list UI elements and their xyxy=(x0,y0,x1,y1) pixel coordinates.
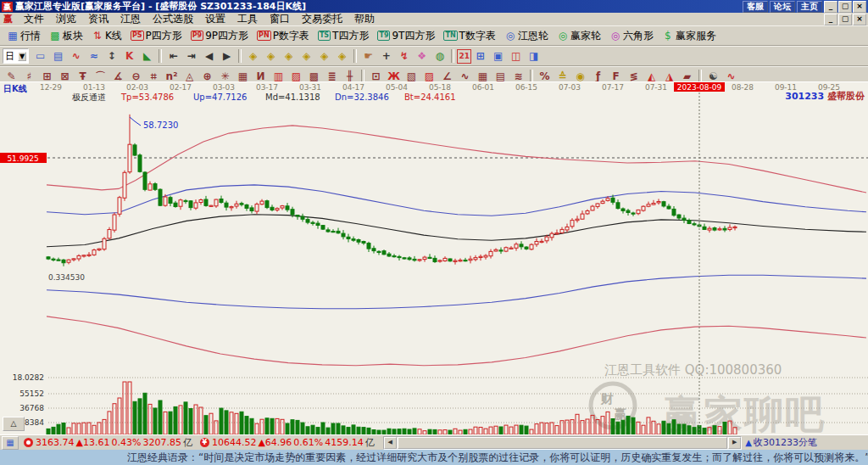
close-button[interactable]: × xyxy=(853,1,866,13)
menu-item-4[interactable]: 公式选股 xyxy=(147,12,199,26)
t-table-button[interactable]: TNT数字表 xyxy=(440,27,499,45)
magic-tool-icon[interactable]: ❖ xyxy=(413,48,431,65)
volume-bar xyxy=(179,406,182,434)
volume-axis-label: 36768 xyxy=(19,404,44,412)
menu-item-2[interactable]: 资讯 xyxy=(82,12,114,26)
menu-item-7[interactable]: 窗口 xyxy=(264,12,296,26)
next-bar-icon[interactable]: ▶ xyxy=(218,48,236,65)
minimize-button[interactable]: _ xyxy=(824,1,837,13)
p-square-button[interactable]: PSP四方形 xyxy=(127,27,186,45)
kline-button[interactable]: ⇅K线 xyxy=(88,27,125,45)
horizontal-scrollbar[interactable]: ◀ ▶ xyxy=(383,436,742,450)
volume-bar xyxy=(647,417,650,434)
volume-bar xyxy=(209,413,213,434)
candle-body xyxy=(347,237,350,238)
diamond-5-icon[interactable]: ◈ xyxy=(315,48,333,65)
scroll-left-icon[interactable]: ◀ xyxy=(384,437,397,449)
sse-index-value: 3163.74 xyxy=(36,437,75,448)
forum-button[interactable]: 论坛 xyxy=(770,1,795,13)
menu-item-9[interactable]: 帮助 xyxy=(348,12,381,26)
child-minimize-button[interactable]: _ xyxy=(824,14,837,25)
chart-window-icon[interactable]: ▭ xyxy=(31,48,49,65)
first-bar-icon[interactable]: ⇤ xyxy=(164,48,182,65)
k-chart-icon[interactable]: K xyxy=(120,48,138,65)
winner-wheel-button[interactable]: ◎赢家轮 xyxy=(554,27,604,45)
info-panel-icon[interactable]: ▤ xyxy=(49,48,67,65)
watermark-tool-text: 江恩工具软件 QQ:100800360 xyxy=(604,362,782,378)
candle-body xyxy=(286,206,289,210)
sectors-label: 板块 xyxy=(63,29,83,43)
volume-bar xyxy=(586,419,589,434)
quote-grid-icon[interactable]: ▦ xyxy=(2,436,19,450)
volume-bar xyxy=(723,423,726,435)
zigzag-tool-icon[interactable]: ↯ xyxy=(395,48,413,65)
volume-bar xyxy=(316,428,320,434)
diamond-3-icon[interactable]: ◈ xyxy=(280,48,298,65)
reference-price-value: 51.9925 xyxy=(7,154,38,163)
diamond-6-icon[interactable]: ◈ xyxy=(333,48,351,65)
scroll-right-icon[interactable]: ▶ xyxy=(728,437,741,449)
child-close-button[interactable]: × xyxy=(853,14,866,25)
menu-item-1[interactable]: 浏览 xyxy=(50,12,82,26)
trend-red-icon[interactable]: ∿ xyxy=(67,48,85,65)
prev-bar-icon[interactable]: ◀ xyxy=(200,48,218,65)
save-icon[interactable]: ◫ xyxy=(507,48,525,65)
volume-bar xyxy=(555,426,559,434)
menu-item-3[interactable]: 江恩 xyxy=(114,12,147,26)
volume-bar xyxy=(194,405,198,434)
date-label-highlighted: 2023-08-09 xyxy=(677,83,722,92)
volume-bar xyxy=(220,408,223,434)
candle-period-icon[interactable]: ↕ xyxy=(103,48,120,65)
diamond-4-icon[interactable]: ◈ xyxy=(298,48,315,65)
restore-button[interactable]: ▢ xyxy=(838,1,852,13)
last-bar-icon[interactable]: ⇥ xyxy=(182,48,200,65)
period-select[interactable]: 日 ▼ xyxy=(3,48,29,64)
flag-icon[interactable]: ◣ xyxy=(138,48,156,65)
menu-item-0[interactable]: 文件 xyxy=(18,12,50,26)
trend-blue-icon[interactable]: ≈ xyxy=(85,48,103,65)
t-table-label: T数字表 xyxy=(459,29,496,43)
menu-item-6[interactable]: 工具 xyxy=(231,12,264,26)
volume-bar xyxy=(326,428,330,434)
hand-tool-icon[interactable]: ☛ xyxy=(359,48,377,65)
diamond-2-icon[interactable]: ◈ xyxy=(262,48,280,65)
candle-body xyxy=(220,199,223,203)
quotes-button[interactable]: ▦行情 xyxy=(3,27,44,45)
sectors-button[interactable]: ▩板块 xyxy=(46,27,86,45)
9t-square-label: 9T四方形 xyxy=(392,29,435,43)
homepage-button[interactable]: 主页 xyxy=(797,1,822,13)
calculator-icon[interactable]: ⊞ xyxy=(471,48,489,65)
candle-body xyxy=(392,256,396,257)
date-label: 08-28 xyxy=(732,83,754,92)
monitor-icon[interactable]: ▣ xyxy=(489,48,507,65)
menu-item-8[interactable]: 交易委托 xyxy=(296,12,348,26)
menu-item-5[interactable]: 设置 xyxy=(199,12,231,26)
volume-bar xyxy=(362,428,365,434)
t-square-button[interactable]: TST四方形 xyxy=(314,27,373,45)
candle-body xyxy=(342,233,345,237)
calendar-icon[interactable]: 21 xyxy=(457,49,471,64)
child-restore-button[interactable]: ▢ xyxy=(838,14,852,25)
gann-wheel-button[interactable]: ◎江恩轮 xyxy=(501,27,552,45)
expand-pane-button[interactable]: △ xyxy=(3,417,25,431)
price-axis-label: 18.0282 xyxy=(13,373,44,382)
scrollbar-thumb[interactable] xyxy=(398,437,727,449)
tick-data-label[interactable]: 收301233分笔 xyxy=(754,436,817,449)
customer-service-button[interactable]: 客服 xyxy=(743,1,768,13)
hexagon-button[interactable]: ◎六角形 xyxy=(606,27,657,45)
status-bar: ▦ 3163.74 ▲13.61 0.43% 3207.85 亿 ¥ 10644… xyxy=(0,434,868,450)
candle-body xyxy=(632,213,635,214)
candle-body xyxy=(194,203,198,208)
9t-square-button[interactable]: T99T四方形 xyxy=(374,27,438,45)
candle-body xyxy=(123,172,126,198)
candle-body xyxy=(642,206,645,210)
candle-body xyxy=(637,210,640,213)
export-icon[interactable]: ◨ xyxy=(525,48,542,65)
crosshair-tool-icon[interactable]: + xyxy=(377,48,395,65)
diamond-1-icon[interactable]: ◈ xyxy=(244,48,262,65)
9p-square-button[interactable]: P99P四方形 xyxy=(187,27,252,45)
kline-chart[interactable]: 江恩工具软件 QQ:100800360财赢赢家聊吧12-2901-1302-03… xyxy=(0,82,868,435)
p-table-button[interactable]: PNP数字表 xyxy=(253,27,313,45)
circle-tool-icon[interactable]: ◍ xyxy=(431,48,448,65)
winner-service-button[interactable]: $赢家服务 xyxy=(659,27,720,45)
